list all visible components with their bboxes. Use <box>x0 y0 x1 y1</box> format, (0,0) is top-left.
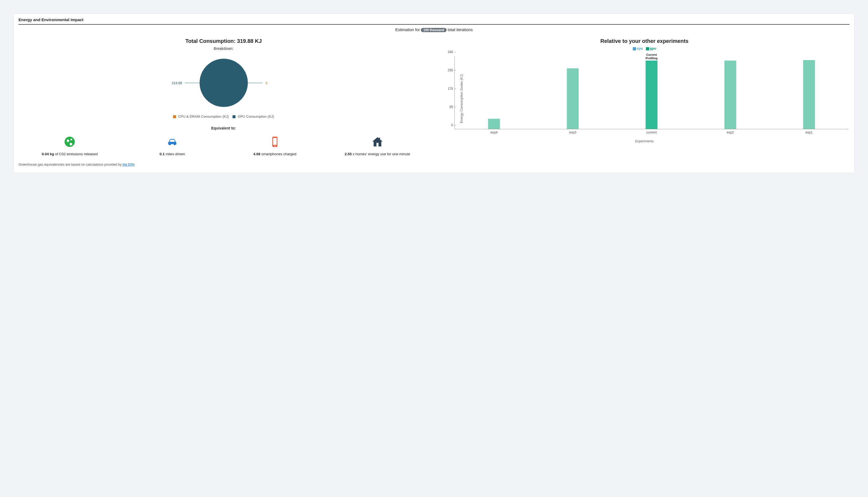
bar-xtick: exp3 <box>562 129 584 134</box>
bar-xlabel: Experiments <box>439 139 850 143</box>
bar-ytick: 85 <box>450 105 455 109</box>
equiv-phone: 4.68 smartphones charged <box>224 136 326 157</box>
iterations-badge: 100 thousand <box>421 28 446 32</box>
globe-icon <box>63 136 76 148</box>
pie-value-gpu: 319.88 <box>172 81 182 85</box>
legend-swatch-gpu-bar <box>646 47 649 51</box>
consumption-column: Total Consumption: 319.88 KJ Breakdown: … <box>18 38 429 167</box>
total-consumption-heading: Total Consumption: 319.88 KJ <box>18 38 429 44</box>
bar-group <box>722 56 738 129</box>
bar-ytick: 340 <box>448 50 455 54</box>
bar-group <box>565 56 581 129</box>
energy-impact-card: Energy and Environmental Impact Estimati… <box>13 13 855 173</box>
equiv-co2: 0.04 kg of C02 emissions released <box>18 136 121 157</box>
equiv-home: 2.55 x homes' energy use for one minute <box>326 136 429 157</box>
legend-cpu-label: cpu <box>637 46 643 51</box>
pie-slice-gpu <box>200 59 248 107</box>
estimation-prefix: Estimation for <box>395 27 420 32</box>
legend-label-gpu: GPU Consumption (KJ) <box>238 114 274 118</box>
bar-ytick: 0 <box>451 123 455 127</box>
bar <box>488 119 500 129</box>
svg-rect-6 <box>379 138 380 140</box>
bar <box>567 68 579 129</box>
bar-xtick: current <box>641 129 662 134</box>
total-consumption-value: 319.88 KJ <box>237 38 262 44</box>
equiv-miles: 0.1 miles driven <box>121 136 224 157</box>
total-consumption-label: Total Consumption: <box>186 38 235 44</box>
smartphone-icon <box>269 136 281 148</box>
legend-label-cpu: CPU & DRAM Consumption (KJ) <box>178 114 229 118</box>
pie-value-cpu: 0 <box>265 81 267 85</box>
legend-swatch-cpu <box>173 115 176 118</box>
bar-annotation: CurrentProfiling <box>646 53 658 60</box>
bar <box>724 60 736 129</box>
consumption-pie-chart: 319.88 0 <box>183 56 264 110</box>
bar-legend: cpu gpu <box>439 46 850 51</box>
svg-point-1 <box>169 143 171 145</box>
bar-group <box>801 56 817 129</box>
breakdown-label: Breakdown: <box>18 46 429 51</box>
comparison-column: Relative to your other experiments cpu g… <box>439 38 850 167</box>
bar-xtick: exp2 <box>720 129 741 134</box>
svg-point-2 <box>174 143 175 145</box>
svg-point-5 <box>274 145 275 146</box>
car-icon <box>166 136 178 148</box>
bar-xtick: exp4 <box>483 129 505 134</box>
svg-rect-7 <box>377 143 379 146</box>
bar-plot-area: 085170255340exp4exp3CurrentProfilingcurr… <box>454 56 849 129</box>
bar-xtick: exp1 <box>798 129 820 134</box>
bar-group <box>486 56 502 129</box>
legend-gpu-label: gpu <box>650 46 656 51</box>
bar <box>803 60 815 129</box>
experiments-bar-chart: Energy Consumption Joules (KJ) Experimen… <box>439 53 850 144</box>
bar-ytick: 170 <box>448 87 455 90</box>
bar-group: CurrentProfiling <box>644 56 660 129</box>
equivalencies-footnote: Greenhouse gas equivalencies are based o… <box>18 163 429 167</box>
equivalent-to-label: Equivalent to: <box>18 126 429 130</box>
svg-point-0 <box>64 137 75 147</box>
bar: CurrentProfiling <box>646 60 658 129</box>
estimation-row: Estimation for 100 thousand total iterat… <box>18 27 850 32</box>
epa-link[interactable]: the EPA <box>122 163 134 167</box>
home-icon <box>371 136 384 148</box>
pie-legend: CPU & DRAM Consumption (KJ) GPU Consumpt… <box>18 114 429 118</box>
legend-swatch-gpu <box>233 115 235 118</box>
svg-rect-4 <box>273 138 277 145</box>
legend-swatch-cpu-bar <box>633 47 636 51</box>
estimation-suffix: total iterations <box>448 27 473 32</box>
card-title: Energy and Environmental Impact <box>18 17 850 25</box>
equivalents-row: 0.04 kg of C02 emissions released 0.1 mi… <box>18 136 429 157</box>
bar-ytick: 255 <box>448 68 455 72</box>
comparison-heading: Relative to your other experiments <box>439 38 850 44</box>
